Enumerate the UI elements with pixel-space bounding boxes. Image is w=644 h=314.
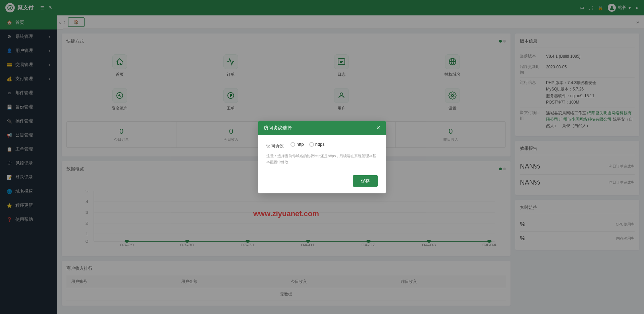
modal-title: 访问协议选择 — [264, 125, 292, 131]
modal-save-btn[interactable]: 保存 — [353, 175, 378, 187]
modal-close-btn[interactable]: ✕ — [376, 125, 380, 131]
modal-protocol-row: 访问协议 http https — [266, 142, 378, 149]
modal-header: 访问协议选择 ✕ — [258, 121, 386, 135]
radio-http-label: http — [297, 142, 304, 147]
modal-footer: 保存 — [258, 172, 386, 193]
protocol-modal: 访问协议选择 ✕ 访问协议 http https 注意：选择当前你域名的协议ht… — [258, 121, 386, 193]
radio-https-label: https — [315, 142, 325, 147]
modal-options: http https — [290, 142, 325, 147]
radio-https[interactable]: https — [309, 142, 325, 147]
radio-http[interactable]: http — [290, 142, 304, 147]
radio-https-circle — [309, 142, 314, 147]
modal-protocol-label: 访问协议 — [266, 142, 286, 149]
radio-http-circle — [290, 142, 295, 147]
modal-body: 访问协议 http https 注意：选择当前你域名的协议http还是https… — [258, 135, 386, 172]
modal-note: 注意：选择当前你域名的协议http还是https，后续请在系统管理->基本配置中… — [266, 153, 378, 165]
modal-overlay[interactable]: 访问协议选择 ✕ 访问协议 http https 注意：选择当前你域名的协议ht… — [0, 0, 644, 314]
